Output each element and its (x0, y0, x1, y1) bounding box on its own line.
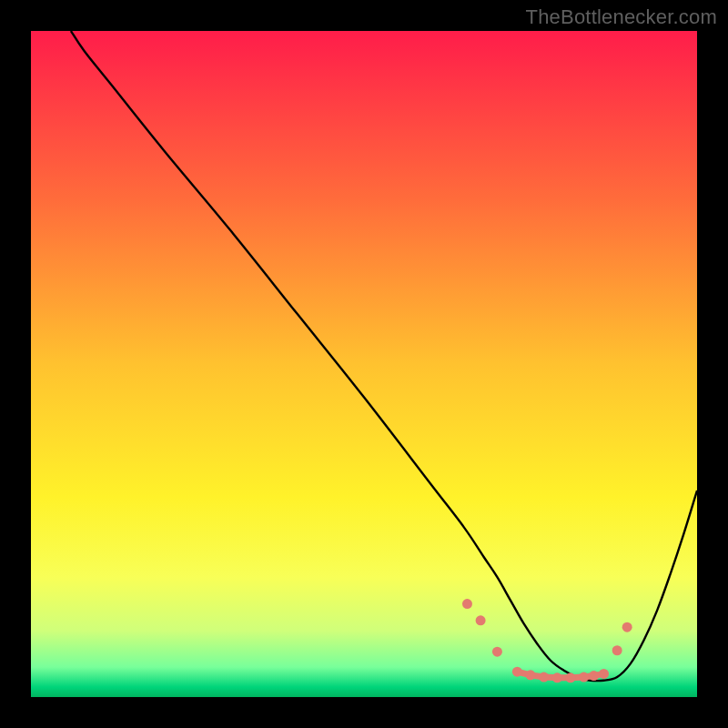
gradient-background (31, 31, 697, 697)
marker-dot (612, 645, 622, 655)
marker-dot (476, 615, 486, 625)
chart-frame (31, 31, 697, 697)
marker-dot (599, 669, 609, 679)
marker-dot (492, 647, 502, 657)
watermark-text: TheBottlenecker.com (526, 5, 717, 29)
marker-dot (589, 671, 599, 681)
marker-dot (579, 672, 589, 682)
marker-dot (526, 670, 536, 680)
marker-dot (462, 599, 472, 609)
marker-dot (622, 622, 632, 632)
marker-dot (552, 672, 562, 682)
bottleneck-curve-chart (31, 31, 697, 697)
marker-dot (565, 672, 575, 682)
marker-dot (539, 672, 549, 682)
marker-dot (512, 667, 522, 677)
